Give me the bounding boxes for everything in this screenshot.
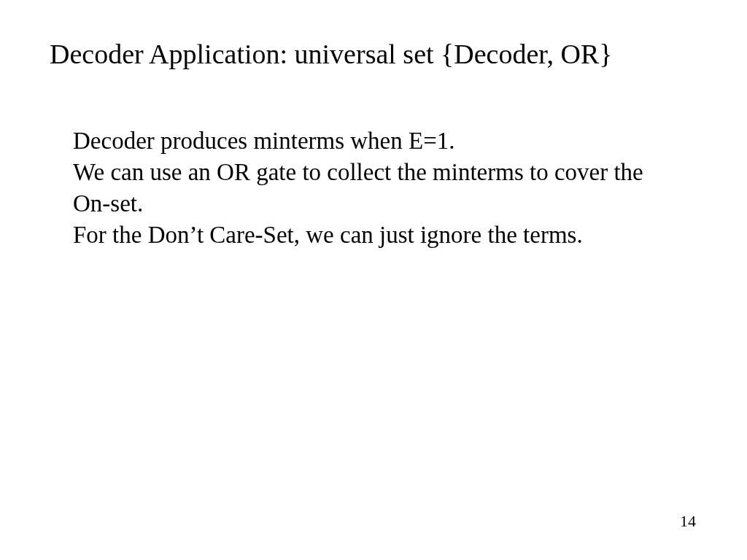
body-line-1: Decoder produces minterms when E=1. [73, 125, 659, 157]
body-line-3: For the Don’t Care-Set, we can just igno… [73, 219, 659, 251]
page-number: 14 [680, 512, 696, 531]
slide-body: Decoder produces minterms when E=1. We c… [73, 125, 659, 251]
body-line-2: We can use an OR gate to collect the min… [73, 157, 659, 219]
slide-container: Decoder Application: universal set {Deco… [0, 0, 747, 560]
slide-title: Decoder Application: universal set {Deco… [50, 38, 703, 70]
